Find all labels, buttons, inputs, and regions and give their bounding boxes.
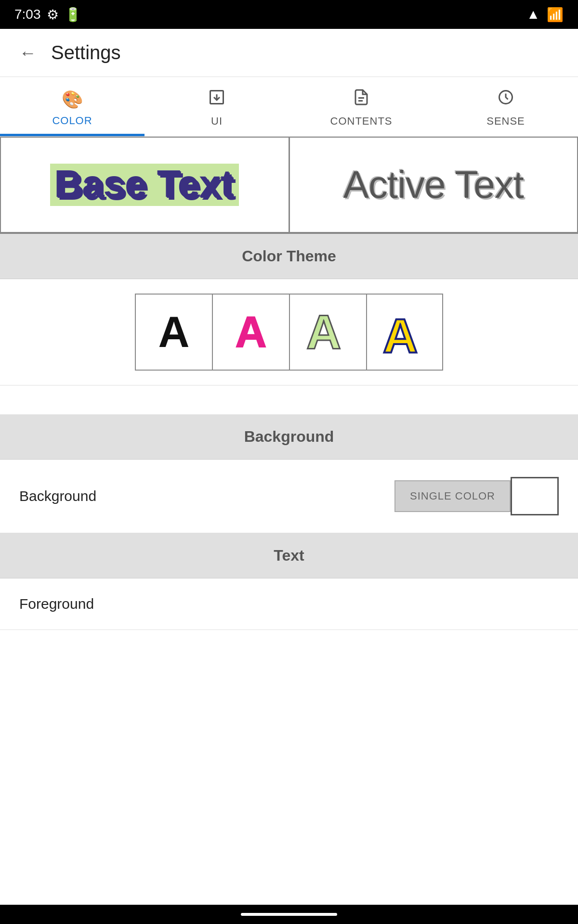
- tab-sense[interactable]: SENSE: [434, 77, 578, 136]
- status-bar-left: 7:03 ⚙ 🔋: [14, 7, 81, 23]
- theme-letter-pink: A: [236, 310, 267, 354]
- base-text-preview[interactable]: Base Text: [0, 137, 289, 233]
- status-bar: 7:03 ⚙ 🔋 ▲ 📶: [0, 0, 578, 29]
- palette-icon: 🎨: [62, 90, 83, 110]
- tab-ui-label: UI: [211, 115, 223, 128]
- foreground-label: Foreground: [19, 596, 94, 612]
- theme-letter-black: A: [158, 310, 190, 354]
- clock-circle-icon: [497, 89, 514, 110]
- background-options: SINGLE COLOR: [394, 477, 559, 515]
- tab-sense-label: SENSE: [486, 115, 525, 128]
- theme-option-black[interactable]: A: [135, 294, 212, 371]
- wifi-icon: ▲: [526, 7, 540, 22]
- page-title: Settings: [51, 42, 121, 64]
- header: ← Settings: [0, 29, 578, 77]
- background-title: Background: [244, 428, 334, 445]
- download-box-icon: [208, 89, 225, 110]
- base-text-display: Base Text: [50, 164, 239, 206]
- theme-option-pink[interactable]: A: [212, 294, 289, 371]
- tab-contents-label: CONTENTS: [330, 115, 393, 128]
- theme-option-green[interactable]: A: [289, 294, 366, 371]
- theme-options-row: A A A A: [0, 279, 578, 385]
- status-bar-right: ▲ 📶: [526, 7, 564, 23]
- svg-text:A: A: [383, 309, 418, 360]
- theme-letter-yellow-blue: A: [378, 302, 431, 362]
- background-section: Background Background SINGLE COLOR: [0, 414, 578, 533]
- tab-ui[interactable]: UI: [144, 77, 289, 136]
- color-theme-section: Color Theme A A A: [0, 234, 578, 385]
- background-label: Background: [19, 488, 96, 504]
- svg-text:A: A: [306, 305, 341, 356]
- text-section: Text Foreground: [0, 533, 578, 630]
- tab-bar: 🎨 COLOR UI CONTENTS: [0, 77, 578, 137]
- background-row: Background SINGLE COLOR: [0, 460, 578, 533]
- single-color-button[interactable]: SINGLE COLOR: [394, 480, 511, 512]
- text-section-header: Text: [0, 533, 578, 578]
- color-swatch-white[interactable]: [511, 477, 559, 515]
- tab-contents[interactable]: CONTENTS: [289, 77, 434, 136]
- background-section-header: Background: [0, 414, 578, 460]
- signal-icon: 📶: [547, 7, 564, 23]
- document-icon: [353, 89, 370, 110]
- theme-option-yellow-blue[interactable]: A: [366, 294, 443, 371]
- back-button[interactable]: ←: [19, 43, 37, 63]
- battery-icon: 🔋: [65, 7, 81, 23]
- text-title: Text: [274, 547, 304, 564]
- time-display: 7:03: [14, 7, 41, 22]
- active-text-display: Active Text: [343, 163, 524, 207]
- preview-area: Base Text Active Text: [0, 137, 578, 234]
- color-theme-title: Color Theme: [242, 247, 336, 265]
- foreground-row: Foreground: [0, 578, 578, 630]
- theme-letter-green: A: [302, 298, 355, 366]
- bottom-nav-bar: [0, 905, 578, 924]
- tab-color-label: COLOR: [52, 115, 92, 127]
- settings-icon: ⚙: [47, 7, 59, 23]
- color-theme-header: Color Theme: [0, 234, 578, 279]
- home-indicator: [241, 913, 337, 916]
- spacer-1: [0, 385, 578, 414]
- tab-color[interactable]: 🎨 COLOR: [0, 77, 144, 136]
- active-text-preview[interactable]: Active Text: [289, 137, 578, 233]
